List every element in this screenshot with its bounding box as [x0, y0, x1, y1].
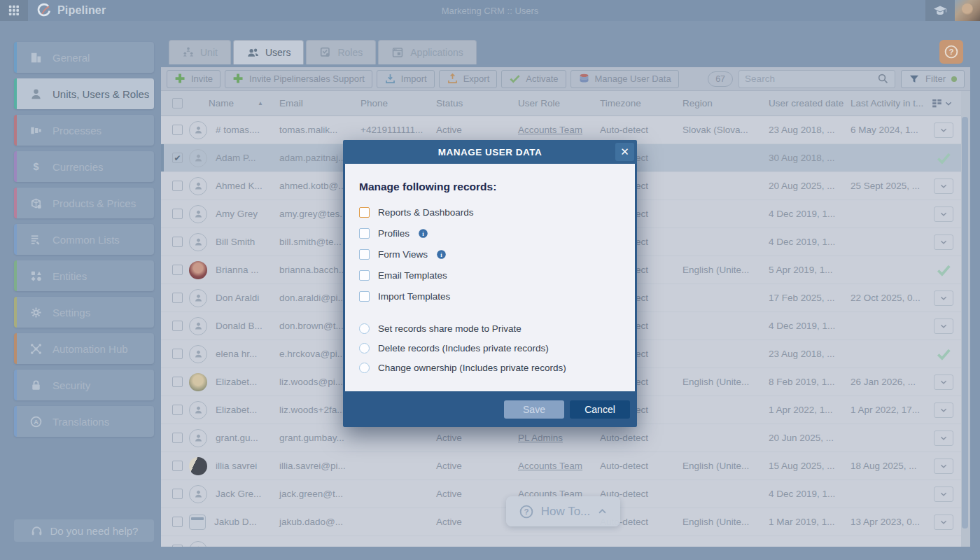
checkbox[interactable] [359, 249, 370, 260]
tab-users[interactable]: Users [233, 40, 304, 64]
column-chooser-button[interactable] [925, 91, 961, 115]
sidebar-item-entities[interactable]: Entities [14, 260, 154, 291]
sidebar-item-automation-hub[interactable]: Automation Hub [14, 333, 154, 364]
row-checkbox[interactable] [172, 349, 183, 359]
radio-button[interactable] [359, 323, 370, 334]
vertical-scrollbar[interactable] [962, 117, 968, 545]
row-menu-button[interactable] [934, 178, 953, 194]
checkbox[interactable] [359, 207, 370, 218]
svg-text:A: A [34, 419, 38, 426]
row-menu-button[interactable] [934, 402, 953, 418]
modal-checkbox-row[interactable]: Profilesi [359, 223, 621, 244]
row-menu-button[interactable] [934, 486, 953, 502]
tab-applications[interactable]: Applications [378, 40, 477, 64]
cancel-button[interactable]: Cancel [570, 400, 630, 419]
row-checkbox[interactable] [172, 237, 183, 247]
sidebar-item-general[interactable]: General [14, 42, 154, 73]
row-checkbox[interactable] [172, 125, 183, 135]
sidebar-item-settings[interactable]: Settings [14, 297, 154, 328]
row-menu-button[interactable] [934, 374, 953, 390]
table-row[interactable]: illia savreiillia.savrei@pi...ActiveAcco… [161, 452, 961, 480]
sidebar-item-products-prices[interactable]: Products & Prices [14, 188, 154, 218]
activate-button[interactable]: Activate [501, 70, 566, 88]
modal-checkbox-row[interactable]: Reports & Dashboards [359, 202, 621, 223]
row-menu-button[interactable] [934, 430, 953, 446]
user-role-link[interactable]: PL Admins [518, 433, 563, 443]
radio-button[interactable] [359, 363, 370, 373]
modal-radio-row[interactable]: Delete records (Includes private records… [359, 338, 621, 358]
sidebar-item-processes[interactable]: Processes [14, 115, 154, 146]
help-question-button[interactable]: ? [939, 40, 963, 64]
user-avatar[interactable] [955, 0, 980, 21]
filter-button[interactable]: Filter [901, 70, 965, 88]
column-header[interactable]: Email [274, 91, 355, 115]
row-menu-button[interactable] [934, 290, 953, 306]
checkbox[interactable] [359, 270, 370, 281]
row-checkbox[interactable]: ✔ [172, 153, 183, 163]
tab-roles[interactable]: Roles [306, 40, 376, 64]
tab-unit[interactable]: Unit [169, 40, 231, 64]
select-all-checkbox[interactable] [172, 98, 183, 108]
user-role-link[interactable]: Accounts Team [518, 461, 582, 471]
modal-checkbox-row[interactable]: Email Templates [359, 265, 621, 286]
modal-checkbox-row[interactable]: Form Viewsi [359, 244, 621, 265]
column-header[interactable]: Last Activity in t... [845, 91, 925, 115]
row-checkbox[interactable] [172, 377, 183, 387]
sidebar-item-units-users-roles[interactable]: Units, Users & Roles [14, 78, 154, 109]
row-checkbox[interactable] [172, 405, 183, 415]
save-button[interactable]: Save [504, 400, 564, 419]
row-checkbox[interactable] [172, 321, 183, 331]
sidebar-item-common-lists[interactable]: Common Lists [14, 224, 154, 255]
sidebar-item-security[interactable]: Security [14, 370, 154, 400]
checkbox[interactable] [359, 228, 370, 239]
row-checkbox[interactable] [172, 545, 183, 547]
row-checkbox[interactable] [172, 461, 183, 471]
how-to-button[interactable]: ? How To... [506, 496, 620, 526]
user-role-link[interactable]: Accounts Team [518, 125, 582, 135]
row-menu-button[interactable] [934, 234, 953, 250]
row-menu-button[interactable] [934, 318, 953, 334]
radio-button[interactable] [359, 343, 370, 354]
modal-checkbox-row[interactable]: Import Templates [359, 286, 621, 307]
table-row[interactable]: grant.gu...grant.gumbay...ActivePL Admin… [161, 424, 961, 452]
row-checkbox[interactable] [172, 265, 183, 275]
column-header[interactable]: User created date [763, 91, 845, 115]
column-header[interactable]: User Role [512, 91, 594, 115]
close-icon[interactable]: ✕ [615, 143, 634, 161]
row-checkbox[interactable] [172, 433, 183, 443]
row-checkbox[interactable] [172, 489, 183, 499]
info-icon[interactable]: i [436, 249, 447, 260]
sidebar-item-currencies[interactable]: $Currencies [14, 151, 154, 182]
column-header[interactable]: Phone [355, 91, 430, 115]
row-checkbox[interactable] [172, 293, 183, 303]
scrollbar-thumb[interactable] [962, 117, 968, 528]
modal-radio-row[interactable]: Change ownership (Includes private recor… [359, 358, 621, 377]
row-checkbox[interactable] [172, 181, 183, 191]
cell-timezone: Auto-detect [600, 125, 648, 135]
info-icon[interactable]: i [418, 228, 428, 239]
row-checkbox[interactable] [172, 517, 183, 527]
need-help-button[interactable]: Do you need help? [14, 519, 154, 542]
column-header[interactable]: Region [677, 91, 763, 115]
academy-cap-icon[interactable] [925, 0, 955, 21]
row-menu-button[interactable] [934, 122, 953, 138]
column-header-name[interactable]: Name▲ [183, 91, 274, 115]
row-menu-button[interactable] [934, 514, 953, 530]
export-button[interactable]: Export [439, 70, 498, 88]
modal-radio-row[interactable]: Set records share mode to Private [359, 318, 621, 338]
sidebar-item-translations[interactable]: ATranslations [14, 406, 154, 437]
row-menu-button[interactable] [934, 206, 953, 222]
manage-user-data-button[interactable]: Manage User Data [570, 70, 679, 88]
row-checkbox[interactable] [172, 209, 183, 219]
invite-button[interactable]: Invite [167, 70, 220, 88]
invite-pipelinersales-support-button[interactable]: Invite Pipelinersales Support [225, 70, 372, 88]
search-input[interactable] [745, 74, 873, 84]
column-header[interactable]: Timezone [594, 91, 677, 115]
sidebar-item-label: General [52, 52, 90, 64]
row-menu-button[interactable] [934, 458, 953, 474]
table-row[interactable] [161, 536, 961, 547]
checkbox[interactable] [359, 291, 370, 302]
column-header[interactable]: Status [430, 91, 512, 115]
import-button[interactable]: Import [377, 70, 435, 88]
app-grid-icon[interactable] [0, 0, 28, 21]
